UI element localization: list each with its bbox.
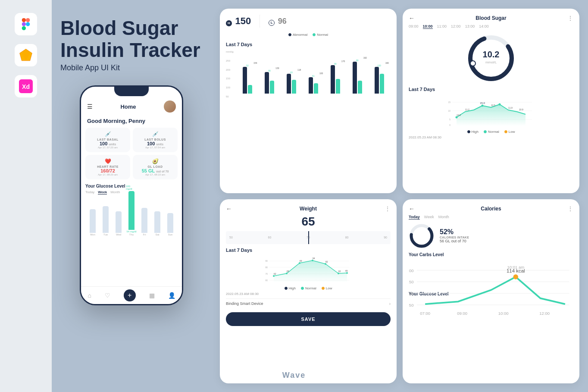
binding-label: Binding Smart Device <box>226 301 263 306</box>
glucose-section: Your Glucose Level Today Week Month Mon <box>81 182 182 238</box>
svg-point-19 <box>499 103 501 106</box>
mini-gauge <box>409 223 435 249</box>
save-button[interactable]: SAVE <box>226 312 391 326</box>
figma-icon[interactable] <box>15 13 37 35</box>
high-value-group: H 150 <box>226 16 251 27</box>
tab-0900[interactable]: 09:00 <box>409 24 419 29</box>
user-avatar[interactable] <box>164 100 176 113</box>
left-panel: Xd <box>0 0 52 392</box>
phone-header: ☰ Home <box>81 97 182 116</box>
gl-label: GL LOAD <box>136 165 174 168</box>
svg-rect-2 <box>22 22 26 26</box>
weight-last7days: Last 7 Days <box>226 248 391 253</box>
svg-text:15: 15 <box>448 101 450 103</box>
stat-last-basal: 💉 LAST BASAL 100 units Apr 17, 07:20 am <box>85 128 130 152</box>
tab-1100[interactable]: 11:00 <box>437 24 447 29</box>
calories-gauge-svg <box>409 223 435 249</box>
nav-home-icon[interactable]: ⌂ <box>88 292 91 299</box>
carbs-chart: 114 kcal 10:01 am 200 150 100 50 07:00 0… <box>409 259 573 289</box>
sketch-icon[interactable] <box>15 44 37 66</box>
nav-add-button[interactable]: + <box>124 289 136 301</box>
calories-tab-month[interactable]: Month <box>438 215 449 220</box>
cards-area: H 150 L 96 Abnormal Normal Last 7 Days <box>216 0 588 392</box>
nav-profile-icon[interactable]: 👤 <box>168 292 175 299</box>
svg-text:10.9: 10.9 <box>519 108 523 111</box>
bar-mon: Mon <box>87 209 98 236</box>
svg-text:10.2: 10.2 <box>483 50 500 59</box>
calories-options-icon[interactable]: ⋮ <box>567 205 573 212</box>
phone-notch <box>114 87 149 96</box>
phone-screen: ☰ Home Good Morning, Penny 💉 LAST BASAL … <box>81 87 182 304</box>
nav-chart-icon[interactable]: ▦ <box>149 292 155 299</box>
weight-value: 65 <box>226 215 391 229</box>
svg-text:11.2: 11.2 <box>465 108 469 111</box>
calories-tab-week[interactable]: Week <box>424 215 434 220</box>
gl-value: 55 GL out of 70 <box>136 168 174 173</box>
bar-wed-rect <box>116 211 122 233</box>
bar-fri: Fri <box>139 208 150 236</box>
gl-date: Apr 17, 08:10 am <box>136 173 174 176</box>
heart-date: Apr 17, 08:20 am <box>89 173 127 176</box>
calories-back-arrow[interactable]: ← <box>409 205 415 212</box>
svg-text:12.5: 12.5 <box>491 104 495 107</box>
svg-text:150: 150 <box>409 279 413 284</box>
app-title: Blood Sugar Insulin Tracker <box>60 17 203 61</box>
svg-point-4 <box>26 22 30 26</box>
bars-chart-wrapper: mmHg 250 200 150 100 50 154 52 1 <box>226 50 391 98</box>
bar-group-6: 192 80 <box>347 56 367 94</box>
weight-options-icon[interactable]: ⋮ <box>385 205 391 212</box>
phone-home-title: Home <box>120 103 136 110</box>
wlegend-low: Low <box>322 286 332 290</box>
bolus-label: LAST BOLUS <box>136 138 174 141</box>
svg-text:09:00: 09:00 <box>457 310 467 315</box>
stat-last-bolus: 💉 LAST BOLUS 100 units Apr 17, 07:54 am <box>133 128 178 152</box>
weight-ruler: 50 60 70 80 90 <box>226 231 391 244</box>
timestamp-right: 2022.05.23 AM 08:30 <box>409 135 573 139</box>
binding-row: Binding Smart Device › <box>226 298 391 309</box>
binding-arrow-icon[interactable]: › <box>389 301 391 306</box>
legend-low: Low <box>504 130 515 134</box>
back-arrow-icon[interactable]: ← <box>409 15 415 22</box>
bolus-icon: 💉 <box>136 131 174 137</box>
tab-1300[interactable]: 13:00 <box>465 24 475 29</box>
svg-text:60: 60 <box>265 279 268 282</box>
tab-1000[interactable]: 10:00 <box>423 24 433 29</box>
weight-line-chart: 62 65 83 94 82 62 65 90 80 70 60 <box>226 254 391 285</box>
svg-rect-3 <box>22 26 26 30</box>
bar-tue-rect <box>103 206 109 233</box>
phone-wrapper: ☰ Home Good Morning, Penny 💉 LAST BASAL … <box>60 85 203 383</box>
svg-text:10:01 am: 10:01 am <box>507 264 524 269</box>
h-badge-span: H <box>226 20 233 25</box>
calories-tab-today[interactable]: Today <box>409 215 420 220</box>
top-left-legend: Abnormal Normal <box>226 33 391 37</box>
bar-thu-rect <box>128 191 134 230</box>
xd-icon[interactable]: Xd <box>15 75 37 97</box>
svg-text:12:00: 12:00 <box>539 310 550 315</box>
carbs-title: Your Carbs Level <box>409 252 573 257</box>
basal-date: Apr 17, 07:20 am <box>89 146 127 149</box>
calories-value: 56 GL out of 70 <box>440 239 573 243</box>
bolus-date: Apr 17, 07:54 am <box>136 146 174 149</box>
tab-week[interactable]: Week <box>98 190 107 194</box>
bar-group-2: 130 80 <box>260 67 279 94</box>
low-value: 96 <box>278 17 287 25</box>
bar-group-4: 100 61 <box>303 72 323 94</box>
bar-group-1: 154 52 <box>238 62 257 94</box>
calories-intake-label: CALORIES INTAKE <box>440 236 573 239</box>
legend-dot-navy <box>288 33 291 36</box>
tab-1200[interactable]: 12:00 <box>451 24 461 29</box>
card-blood-sugar-bars: H 150 L 96 Abnormal Normal Last 7 Days <box>220 9 397 193</box>
svg-text:65: 65 <box>287 270 289 273</box>
options-dots-icon[interactable]: ⋮ <box>567 15 573 22</box>
bar-thu-bot-label: 54 mg/dl <box>126 230 136 233</box>
legend-normal-right: Normal <box>484 130 499 134</box>
weight-legend: High Normal Low <box>226 286 391 290</box>
tab-month[interactable]: Month <box>110 190 120 194</box>
calories-title: Calories <box>481 206 501 212</box>
gauge-svg: 10.2 mmol/L <box>465 32 517 84</box>
tab-1400[interactable]: 14:00 <box>479 24 489 29</box>
weight-back-arrow[interactable]: ← <box>226 205 232 212</box>
hamburger-icon[interactable]: ☰ <box>87 103 93 110</box>
nav-activity-icon[interactable]: ♡ <box>105 292 110 299</box>
tab-today[interactable]: Today <box>85 190 94 194</box>
